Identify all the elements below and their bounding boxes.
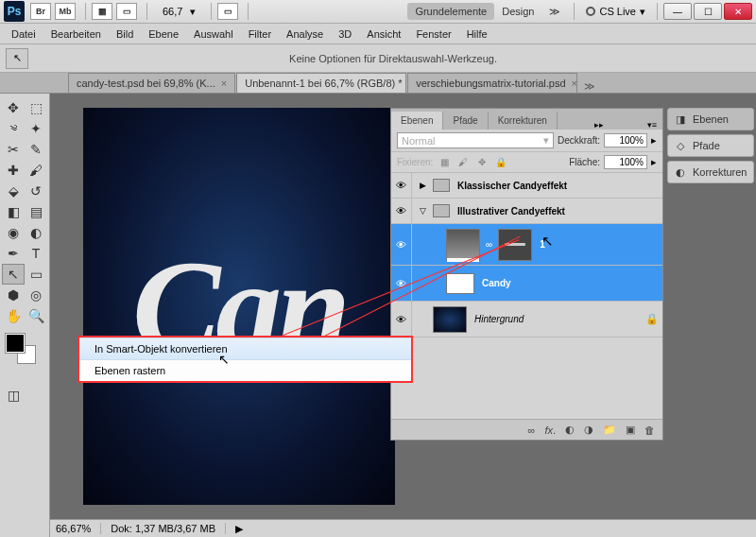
blend-mode-dropdown[interactable]: Normal ▾ [397, 132, 554, 148]
tab-overflow[interactable]: ≫ [578, 80, 601, 93]
close-button[interactable]: ✕ [724, 3, 752, 20]
menu-auswahl[interactable]: Auswahl [186, 26, 241, 43]
layer-group-1[interactable]: 👁 ▶ Klassischer Candyeffekt [391, 173, 662, 199]
disclosure-open-icon[interactable]: ▽ [416, 206, 429, 216]
doc-tab-2[interactable]: Unbenannt-1 bei 66,7% (RGB/8) * × [236, 73, 406, 93]
gradient-tool[interactable]: ▤ [25, 201, 47, 222]
quickmask-tool[interactable]: ◫ [2, 385, 25, 406]
menu-ansicht[interactable]: Ansicht [359, 26, 408, 43]
3d-camera-tool[interactable]: ◎ [25, 285, 47, 305]
color-swatches[interactable] [6, 334, 43, 368]
shape-tool[interactable]: ▭ [25, 264, 47, 285]
layer-name[interactable]: Candy [478, 278, 511, 288]
new-group-icon[interactable]: 📁 [603, 424, 616, 436]
status-zoom[interactable]: 66,67% [56, 523, 101, 534]
adjustment-icon[interactable]: ◑ [584, 424, 593, 436]
tab-korrekturen[interactable]: Korrekturen [489, 112, 558, 130]
doc-tab-3[interactable]: verschiebungsmatrix-tutorial.psd × [407, 73, 577, 93]
move-tool[interactable]: ✥ [2, 97, 25, 118]
visibility-icon[interactable]: 👁 [391, 173, 412, 198]
visibility-icon[interactable]: 👁 [391, 302, 412, 337]
mask-icon[interactable]: ◐ [565, 424, 575, 436]
eraser-tool[interactable]: ◧ [2, 201, 25, 222]
layer-name[interactable]: Hintergrund [471, 314, 524, 324]
fx-icon[interactable]: fx. [544, 424, 556, 436]
status-doc-size[interactable]: Dok: 1,37 MB/3,67 MB [111, 523, 226, 534]
link-layers-icon[interactable]: ∞ [528, 424, 536, 436]
pen-tool[interactable]: ✒ [2, 243, 25, 264]
menu-analyse[interactable]: Analyse [279, 26, 331, 43]
zoom-dropdown[interactable]: 66,7 ▾ [159, 5, 199, 19]
layer-name[interactable]: Illustrativer Candyeffekt [454, 206, 565, 217]
ctx-rasterize-layers[interactable]: Ebenen rastern [79, 360, 411, 381]
minimize-button[interactable]: — [663, 3, 692, 20]
layer-1[interactable]: 👁 ∞ 1 [391, 224, 662, 266]
zoom-tool[interactable]: 🔍 [25, 305, 47, 326]
fg-color-swatch[interactable] [6, 334, 25, 353]
canvas[interactable]: Can [83, 108, 395, 505]
layer-thumbnail[interactable] [446, 229, 480, 261]
doc-tab-1[interactable]: candy-test.psd bei 69,8% (K... × [68, 73, 235, 93]
marquee-tool[interactable]: ⬚ [25, 97, 47, 118]
dock-korrekturen[interactable]: ◐ Korrekturen [667, 161, 754, 183]
type-layer-icon[interactable]: T [446, 273, 474, 294]
type-tool[interactable]: T [25, 243, 47, 264]
bridge-button[interactable]: Br [30, 3, 51, 20]
layer-group-2[interactable]: 👁 ▽ Illustrativer Candyeffekt [391, 199, 662, 224]
menu-datei[interactable]: Datei [4, 26, 43, 43]
maximize-button[interactable]: ☐ [694, 3, 722, 20]
ctx-convert-smartobject[interactable]: In Smart-Objekt konvertieren [79, 338, 411, 360]
tab-pfade[interactable]: Pfade [443, 112, 488, 130]
opacity-scrubber-icon[interactable]: ▸ [651, 134, 657, 147]
menu-ebene[interactable]: Ebene [141, 26, 186, 43]
lock-pixels-icon[interactable]: 🖌 [455, 156, 471, 169]
panel-menu-icon[interactable]: ▸▸ [589, 120, 610, 130]
lasso-tool[interactable]: ༄ [2, 118, 25, 139]
brush-tool[interactable]: 🖌 [25, 160, 47, 181]
status-arrow-icon[interactable]: ▶ [235, 523, 243, 535]
layer-candy[interactable]: 👁 T Candy [391, 266, 662, 302]
screen-mode-button[interactable]: ▭ [116, 3, 137, 20]
dodge-tool[interactable]: ◐ [25, 222, 47, 243]
menu-bild[interactable]: Bild [109, 26, 141, 43]
history-brush-tool[interactable]: ↺ [25, 181, 47, 201]
menu-3d[interactable]: 3D [331, 26, 359, 43]
minibridge-button[interactable]: Mb [55, 3, 76, 20]
view-grid-button[interactable]: ▦ [92, 3, 112, 20]
lock-all-icon[interactable]: 🔒 [493, 156, 508, 169]
dock-pfade[interactable]: ◇ Pfade [667, 134, 754, 157]
workspace-design[interactable]: Design [494, 3, 541, 20]
tab-ebenen[interactable]: Ebenen [391, 112, 443, 130]
menu-bearbeiten[interactable]: Bearbeiten [43, 26, 109, 43]
fill-scrubber-icon[interactable]: ▸ [651, 156, 657, 168]
close-icon[interactable]: × [221, 78, 227, 89]
delete-icon[interactable]: 🗑 [644, 424, 655, 436]
path-select-tool[interactable]: ↖ [2, 264, 25, 285]
disclosure-closed-icon[interactable]: ▶ [416, 181, 429, 190]
crop-tool[interactable]: ✂ [2, 139, 25, 160]
lock-position-icon[interactable]: ✥ [474, 156, 490, 169]
panel-flyout-icon[interactable]: ▾≡ [642, 120, 662, 130]
menu-hilfe[interactable]: Hilfe [459, 26, 495, 43]
dock-ebenen[interactable]: ◨ Ebenen [667, 108, 754, 130]
stamp-tool[interactable]: ⬙ [2, 181, 25, 201]
close-icon[interactable]: × [572, 78, 577, 89]
new-layer-icon[interactable]: ▣ [626, 424, 635, 436]
eyedropper-tool[interactable]: ✎ [25, 139, 47, 160]
cs-live-button[interactable]: CS Live ▾ [580, 6, 651, 18]
fill-input[interactable]: 100% [604, 155, 647, 169]
opacity-input[interactable]: 100% [604, 133, 647, 147]
visibility-icon[interactable]: 👁 [391, 224, 412, 265]
current-tool-icon[interactable]: ↖ [6, 48, 28, 69]
workspace-more[interactable]: ≫ [541, 3, 568, 21]
workspace-grundelemente[interactable]: Grundelemente [407, 3, 494, 20]
blur-tool[interactable]: ◉ [2, 222, 25, 243]
layer-thumbnail[interactable] [433, 306, 467, 333]
menu-fenster[interactable]: Fenster [408, 26, 458, 43]
layer-background[interactable]: 👁 Hintergrund 🔒 [391, 302, 662, 338]
link-icon[interactable]: ∞ [484, 239, 494, 250]
healing-tool[interactable]: ✚ [2, 160, 25, 181]
lock-transparent-icon[interactable]: ▦ [437, 156, 452, 169]
visibility-icon[interactable]: 👁 [391, 199, 412, 223]
hand-tool[interactable]: ✋ [2, 305, 25, 326]
